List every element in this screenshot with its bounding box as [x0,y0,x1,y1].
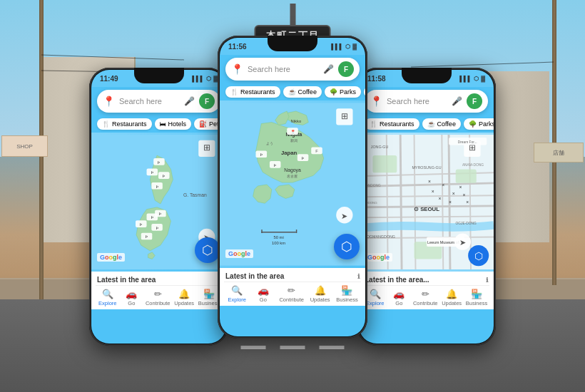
svg-rect-44 [296,229,297,233]
avatar-center[interactable]: F [338,61,354,77]
tab-contribute-left[interactable]: ✏ Contribute [146,289,171,306]
tab-contribute-right[interactable]: ✏ Contribute [413,289,438,306]
updates-icon-right: 🔔 [446,289,457,299]
tab-contribute-label-left: Contribute [146,300,171,306]
bottom-center: Latest in the area ℹ 🔍 Explore 🚗 Go ✏ Co… [220,268,365,306]
battery-icon-r: ▓ [481,76,485,82]
map-area-left[interactable]: 🏳 🏳 🏳 🏳 [91,133,226,272]
tab-contribute-label-center: Contribute [279,296,304,303]
phone-right: 11:58 ▌▌▌ ⬡ ▓ 📍 Search here 🎤 F 🍴Restaur… [357,68,496,346]
tab-business-right[interactable]: 🏪 Business [466,289,487,306]
status-icons-center: ▌▌▌ ⬡ ▓ [331,43,357,50]
tab-updates-right[interactable]: 🔔 Updates [442,289,462,306]
mic-icon-right[interactable]: 🎤 [452,96,462,106]
pill-hote-center[interactable]: 🛏Hot [364,86,365,98]
tab-go-right[interactable]: 🚗 Go [389,289,409,306]
avatar-right[interactable]: F [467,93,482,109]
svg-text:G. Tasman: G. Tasman [183,192,207,197]
fab-left[interactable]: ⬡ [195,237,220,263]
updates-icon-left: 🔔 [178,289,190,299]
avatar-left[interactable]: F [199,93,215,109]
wifi-icon: ⬡ [206,76,211,82]
svg-text:100 km: 100 km [272,241,285,245]
svg-text:×: × [432,189,434,194]
svg-text:×: × [438,196,441,201]
svg-text:🏳: 🏳 [151,171,154,175]
pill-hotels-left[interactable]: 🛏Hotels [155,118,192,130]
tab-updates-label-center: Updates [310,296,330,303]
tab-go-left[interactable]: 🚗 Go [121,289,141,306]
phone-screen-left: 11:49 ▌▌▌ ⬡ ▓ 📍 Search here 🎤 F 🍴Restaur… [91,70,226,344]
svg-text:OGJE-DONG: OGJE-DONG [456,222,477,225]
maps-pin-icon: 📍 [103,96,115,107]
search-bar-right[interactable]: 📍 Search here 🎤 F [365,90,488,113]
pill-parks-right[interactable]: 🌳Parks [464,118,494,130]
svg-text:➤: ➤ [341,212,347,220]
map-area-center[interactable]: Niigata 新潟 Japan Nagoya 名古屋 よう Nikko 📍 [220,100,365,268]
search-bar-center[interactable]: 📍 Search here 🎤 F [225,58,360,81]
tab-explore-label-left: Explore [98,300,116,306]
pill-coffee-right[interactable]: ☕Coffee [422,118,461,130]
signal-icon-r: ▌▌▌ [459,76,472,82]
svg-text:📍: 📍 [290,129,296,135]
info-icon-right[interactable]: ℹ [486,277,488,284]
time-left: 11:49 [100,75,118,83]
pill-restaurants-left[interactable]: 🍴Restaurants [97,118,152,130]
search-bar-left[interactable]: 📍 Search here 🎤 F [97,90,220,113]
map-area-right[interactable]: JONG-GU MYROSUNG-GU CHRONDONG ANAM-DONG … [359,133,494,272]
tab-explore-right[interactable]: 🔍 Explore [365,289,385,306]
business-icon-left: 🏪 [203,289,215,299]
tab-explore-left[interactable]: 🔍 Explore [98,289,118,306]
bottom-left: Latest in the area ℹ 🔍 Explore 🚗 Go ✏ Co… [91,272,226,309]
fab-center[interactable]: ⬡ [334,234,360,259]
category-pills-right: 🍴Restaurants ☕Coffee 🌳Parks 🛏Hote [359,115,494,133]
tab-explore-label-right: Explore [366,300,384,306]
time-right: 11:58 [367,75,386,83]
tab-explore-label-center: Explore [228,296,246,303]
tab-business-center[interactable]: 🏪 Business [336,285,357,303]
phone-notch-left [134,68,184,83]
phone-notch-right [402,68,452,83]
tab-contribute-center[interactable]: ✏ Contribute [279,285,304,303]
mic-icon-left[interactable]: 🎤 [184,96,195,106]
pill-parks-center[interactable]: 🌳Parks [325,86,361,98]
svg-text:🏳: 🏳 [156,185,159,189]
svg-text:×: × [462,192,465,197]
svg-text:×: × [442,182,444,187]
svg-text:🏳: 🏳 [156,227,159,230]
contribute-icon-left: ✏ [154,289,162,299]
svg-text:×: × [459,185,462,190]
wifi-icon-r: ⬡ [474,76,479,82]
latest-bar-right: Latest in the area... ℹ [363,274,489,285]
tab-explore-center[interactable]: 🔍 Explore [227,285,247,303]
wifi-icon-c: ⬡ [345,43,350,50]
phone-screen-center: 11:56 ▌▌▌ ⬡ ▓ 📍 Search here 🎤 F 🍴Restaur… [220,38,365,336]
category-pills-left: 🍴Restaurants 🛏Hotels ⛽Petrol 🛒 [91,115,226,133]
svg-text:×: × [466,200,469,205]
svg-line-62 [400,135,402,269]
google-logo-left: Google [97,253,125,262]
tab-go-label-left: Go [128,300,135,306]
pill-restaurants-right[interactable]: 🍴Restaurants [365,118,419,130]
search-input-center[interactable]: Search here [248,65,319,73]
svg-text:⊙ SEOUL: ⊙ SEOUL [414,206,439,212]
pill-restaurants-center[interactable]: 🍴Restaurants [225,86,280,98]
mic-icon-center[interactable]: 🎤 [323,64,334,74]
svg-text:🏳: 🏳 [162,175,166,178]
tab-business-left[interactable]: 🏪 Business [198,289,220,306]
search-input-right[interactable]: Search here [387,97,447,105]
tab-business-label-right: Business [466,300,487,306]
tab-updates-label-right: Updates [442,300,462,306]
svg-text:BOGMANGDONG: BOGMANGDONG [364,234,395,239]
tab-contribute-label-right: Contribute [413,300,438,306]
pill-coffee-center[interactable]: ☕Coffee [283,86,322,98]
contribute-icon-center: ✏ [288,285,295,296]
tab-bar-right: 🔍 Explore 🚗 Go ✏ Contribute 🔔 Updates [363,285,489,308]
svg-text:🏳: 🏳 [260,153,263,157]
tab-updates-center[interactable]: 🔔 Updates [310,285,330,303]
info-icon-center[interactable]: ℹ [357,273,360,280]
status-icons-right: ▌▌▌ ⬡ ▓ [459,76,485,82]
tab-updates-left[interactable]: 🔔 Updates [174,289,194,306]
search-input-left[interactable]: Search here [119,97,180,105]
tab-go-center[interactable]: 🚗 Go [253,285,273,303]
